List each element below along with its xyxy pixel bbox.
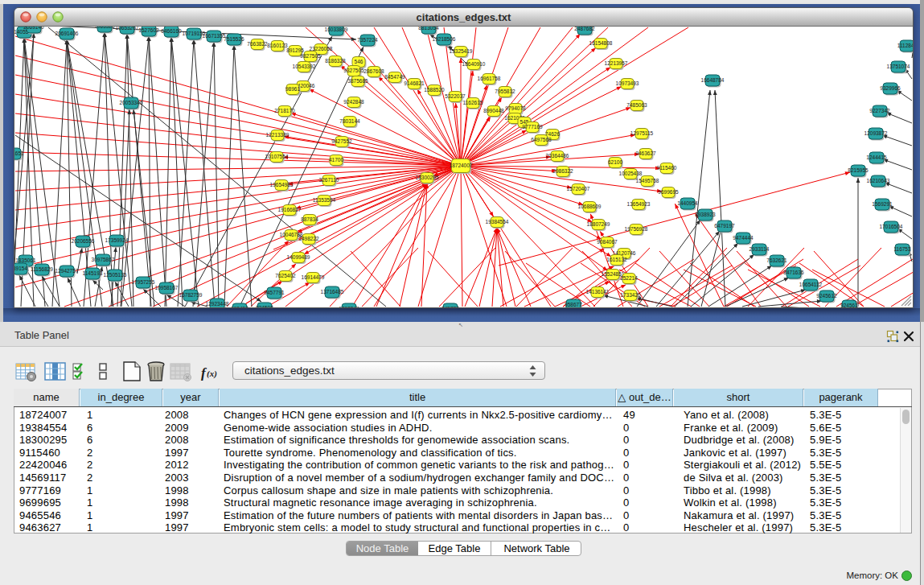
svg-text:9245612: 9245612: [816, 293, 837, 299]
svg-text:8160123: 8160123: [267, 43, 288, 48]
svg-text:834506: 834506: [256, 305, 273, 307]
svg-text:3875685: 3875685: [347, 78, 368, 84]
svg-text:116753: 116753: [893, 246, 911, 252]
svg-text:7803144: 7803144: [339, 118, 360, 124]
svg-text:1145193: 1145193: [83, 270, 103, 276]
svg-text:1065326: 1065326: [94, 27, 115, 29]
svg-text:1588520: 1588520: [424, 87, 445, 93]
svg-text:18807249: 18807249: [587, 221, 610, 227]
svg-text:13654923: 13654923: [627, 201, 651, 207]
svg-text:1440954: 1440954: [677, 200, 698, 206]
svg-text:9115460: 9115460: [657, 165, 677, 171]
svg-text:7515526: 7515526: [224, 36, 244, 42]
svg-text:9242848: 9242848: [343, 99, 364, 105]
svg-text:6479197: 6479197: [714, 223, 735, 229]
svg-text:8215955: 8215955: [848, 167, 869, 173]
svg-text:9827505: 9827505: [300, 53, 321, 59]
svg-text:12923448: 12923448: [206, 301, 229, 307]
svg-text:18724007: 18724007: [450, 163, 473, 168]
svg-text:14136141: 14136141: [586, 289, 610, 295]
svg-text:1569291: 1569291: [872, 201, 893, 207]
svg-text:17957255: 17957255: [132, 279, 155, 285]
svg-text:8938923: 8938923: [695, 212, 716, 217]
svg-text:10025438: 10025438: [619, 171, 643, 176]
svg-text:5322037: 5322037: [445, 93, 466, 99]
svg-text:14099489: 14099489: [287, 254, 310, 260]
svg-text:1615132: 1615132: [606, 257, 627, 262]
svg-text:7663822: 7663822: [247, 41, 268, 47]
svg-text:9794078: 9794078: [505, 105, 526, 111]
svg-text:39154: 39154: [14, 266, 27, 271]
svg-text:11156829: 11156829: [31, 266, 53, 272]
svg-text:15720407: 15720407: [567, 186, 590, 192]
svg-text:7357224: 7357224: [357, 37, 378, 43]
svg-text:7485063: 7485063: [626, 102, 647, 108]
svg-text:19166827: 19166827: [278, 207, 302, 212]
svg-text:1498222: 1498222: [298, 236, 319, 241]
svg-text:2487682: 2487682: [574, 27, 595, 31]
svg-text:13325419: 13325419: [450, 48, 473, 54]
svg-text:9146821: 9146821: [404, 80, 425, 86]
svg-text:3267110: 3267110: [319, 177, 339, 183]
svg-text:16210643: 16210643: [867, 178, 890, 183]
svg-text:8471636: 8471636: [783, 270, 804, 275]
svg-text:958677: 958677: [565, 302, 582, 307]
svg-text:17359924: 17359924: [105, 237, 129, 243]
svg-text:10543392: 10543392: [293, 64, 316, 69]
svg-text:10107554: 10107554: [265, 154, 289, 159]
svg-text:23226058: 23226058: [310, 46, 333, 51]
svg-text:845779: 845779: [441, 306, 459, 307]
svg-text:11353594: 11353594: [313, 197, 336, 203]
svg-text:16648784: 16648784: [701, 77, 725, 83]
svg-text:13716485: 13716485: [321, 289, 344, 295]
svg-text:30975867: 30975867: [92, 257, 115, 262]
svg-text:13751074: 13751074: [887, 64, 910, 69]
svg-text:1835061: 1835061: [15, 257, 36, 263]
svg-text:12505135: 12505135: [104, 272, 127, 278]
svg-text:8186328: 8186328: [325, 58, 346, 64]
svg-text:8454749: 8454749: [384, 74, 405, 80]
svg-text:992450: 992450: [231, 306, 248, 307]
svg-text:9777169: 9777169: [522, 124, 543, 130]
svg-text:924561: 924561: [840, 303, 858, 307]
svg-text:62100: 62100: [608, 159, 622, 165]
svg-text:20053346: 20053346: [120, 100, 143, 105]
svg-text:18300295: 18300295: [416, 175, 439, 180]
svg-text:10958167: 10958167: [155, 285, 179, 290]
svg-text:12213389: 12213389: [266, 132, 290, 138]
svg-text:1733426: 1733426: [620, 292, 641, 298]
svg-text:252214: 252214: [620, 275, 638, 281]
svg-text:9427552: 9427552: [331, 138, 352, 144]
svg-text:15495758: 15495758: [636, 178, 659, 183]
svg-text:8990448: 8990448: [483, 108, 504, 113]
svg-text:891295: 891295: [286, 47, 304, 53]
svg-text:16782759: 16782759: [179, 292, 203, 298]
svg-text:16154808: 16154808: [589, 40, 613, 46]
svg-text:12975115: 12975115: [630, 130, 654, 136]
svg-text:18640910: 18640910: [462, 61, 486, 67]
svg-text:16033809: 16033809: [325, 27, 348, 32]
svg-text:16914479: 16914479: [302, 274, 325, 280]
svg-text:2986322: 2986322: [552, 168, 573, 174]
svg-text:2661651: 2661651: [14, 150, 24, 156]
svg-text:6497568: 6497568: [531, 137, 552, 142]
svg-text:9699695: 9699695: [658, 189, 679, 195]
svg-text:16671355: 16671355: [203, 33, 226, 39]
svg-text:10688609: 10688609: [578, 204, 602, 209]
svg-text:17016504: 17016504: [880, 224, 903, 229]
svg-text:2069140: 2069140: [23, 27, 44, 30]
svg-text:19756928: 19756928: [625, 226, 648, 232]
svg-text:10653267: 10653267: [116, 27, 139, 31]
svg-text:1244415: 1244415: [866, 154, 887, 160]
svg-text:41700: 41700: [329, 157, 343, 163]
svg-text:6466160: 6466160: [161, 28, 182, 34]
svg-text:2867608: 2867608: [363, 68, 384, 74]
svg-text:9084067: 9084067: [597, 239, 618, 245]
svg-text:16961758: 16961758: [478, 76, 501, 81]
svg-text:20206556: 20206556: [72, 238, 95, 244]
svg-text:2718170: 2718170: [274, 108, 295, 113]
svg-text:10654112: 10654112: [799, 282, 823, 287]
svg-text:1112845: 1112845: [897, 43, 913, 48]
svg-text:1162615: 1162615: [463, 100, 483, 105]
svg-text:10973493: 10973493: [616, 80, 639, 86]
